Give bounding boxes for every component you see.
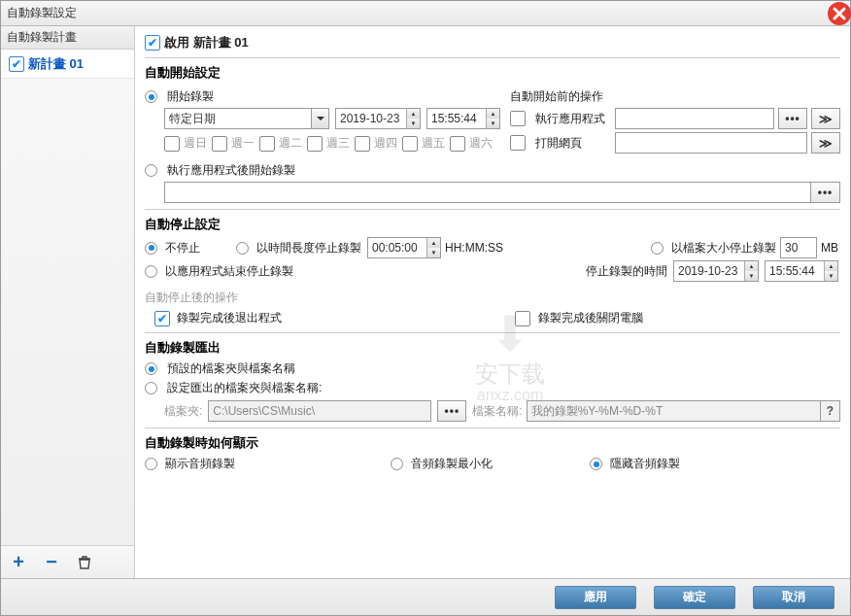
stop-length-hint: HH:MM:SS <box>445 241 503 255</box>
open-web-checkbox[interactable] <box>510 135 526 151</box>
weekday-tue-label: 週二 <box>279 135 302 152</box>
radio-export-custom[interactable] <box>145 382 157 394</box>
weekday-wed-checkbox[interactable] <box>307 136 323 152</box>
ellipsis-icon: ••• <box>818 186 834 199</box>
start-after-app-label: 執行應用程式後開始錄製 <box>167 162 295 179</box>
ellipsis-icon: ••• <box>785 112 800 125</box>
plan-enabled-checkbox[interactable] <box>9 56 24 72</box>
export-folder-row: 檔案夾: C:\Users\CS\Music\ ••• 檔案名稱: 我的錄製%Y… <box>164 400 840 422</box>
divider <box>145 332 840 333</box>
display-hide-label: 隱藏音頻錄製 <box>610 456 680 472</box>
stop-date-field[interactable]: 2019-10-23 ▲▼ <box>673 260 759 282</box>
stop-by-length-label: 以時間長度停止錄製 <box>256 240 363 257</box>
shutdown-after-label: 錄製完成後關閉電腦 <box>538 311 643 325</box>
pre-op-open-web-row: 打開網頁 ≫ <box>510 132 840 154</box>
stop-size-unit: MB <box>821 241 838 255</box>
down-icon[interactable]: ▼ <box>427 248 440 257</box>
body: 自動錄製計畫 新計畫 01 + − <box>1 26 850 578</box>
weekday-sat-checkbox[interactable] <box>450 136 465 152</box>
apply-button[interactable]: 應用 <box>555 586 636 609</box>
filename-input[interactable]: 我的錄製%Y-%M-%D-%T ? <box>527 400 840 422</box>
run-app-path-input[interactable] <box>615 108 774 129</box>
radio-start-after-app[interactable] <box>145 164 157 177</box>
remove-plan-button[interactable]: − <box>42 553 61 572</box>
enable-plan-checkbox[interactable] <box>145 35 160 51</box>
divider <box>145 209 840 210</box>
section-export-title: 自動錄製匯出 <box>145 339 840 357</box>
folder-input[interactable]: C:\Users\CS\Music\ <box>208 400 431 422</box>
up-icon[interactable]: ▲ <box>825 261 837 271</box>
enable-plan-label: 啟用 新計畫 01 <box>164 34 249 51</box>
delete-plan-button[interactable] <box>75 553 94 572</box>
start-after-app-input-row: ••• <box>164 182 840 203</box>
sidebar-item-label: 新計畫 01 <box>28 55 84 73</box>
section-display-title: 自動錄製時如何顯示 <box>145 434 840 452</box>
radio-start-recording[interactable] <box>145 90 157 103</box>
start-date-row: 特定日期 2019-10-23 ▲▼ 15:55:44 ▲▼ <box>164 108 500 129</box>
stop-time-field[interactable]: 15:55:44 ▲▼ <box>765 260 838 282</box>
close-button[interactable] <box>825 0 851 28</box>
open-web-url-input[interactable] <box>615 132 807 154</box>
button-bar: 應用 確定 取消 <box>1 578 850 615</box>
start-after-app-input[interactable] <box>164 182 811 203</box>
folder-browse-button[interactable]: ••• <box>437 400 466 422</box>
section-autostart-title: 自動開始設定 <box>145 64 840 82</box>
window: 自動錄製設定 自動錄製計畫 新計畫 01 + − <box>0 0 851 616</box>
open-web-label: 打開網頁 <box>535 135 609 152</box>
up-icon[interactable]: ▲ <box>427 238 440 248</box>
stop-row1: 不停止 以時間長度停止錄製 00:05:00 ▲▼ HH:MM:SS 以檔案大小… <box>145 237 840 258</box>
sidebar-items: 新計畫 01 <box>1 50 134 545</box>
close-icon <box>825 0 851 28</box>
autostart-two-col: 開始錄製 特定日期 2019-10-23 ▲▼ 15:55:44 <box>145 86 840 156</box>
radio-display-show[interactable] <box>145 458 157 470</box>
stop-size-input[interactable]: 30 <box>780 237 817 258</box>
down-icon[interactable]: ▼ <box>407 119 420 128</box>
filename-help-button[interactable]: ? <box>820 401 839 421</box>
weekday-thu-checkbox[interactable] <box>355 136 370 152</box>
up-icon[interactable]: ▲ <box>487 109 499 119</box>
radio-display-minimize[interactable] <box>391 458 403 470</box>
weekday-row: 週日 週一 週二 週三 週四 週五 週六 <box>164 135 500 152</box>
date-mode-select[interactable]: 特定日期 <box>164 108 329 129</box>
sidebar-item-plan-01[interactable]: 新計畫 01 <box>1 50 134 79</box>
start-recording-label: 開始錄製 <box>167 88 214 105</box>
start-time-field[interactable]: 15:55:44 ▲▼ <box>426 108 500 129</box>
cancel-label: 取消 <box>782 589 805 605</box>
down-icon[interactable]: ▼ <box>745 271 758 281</box>
add-plan-button[interactable]: + <box>9 553 28 572</box>
radio-stop-by-length[interactable] <box>236 242 249 255</box>
start-date-field[interactable]: 2019-10-23 ▲▼ <box>335 108 421 129</box>
weekday-mon-checkbox[interactable] <box>212 136 227 152</box>
quit-after-checkbox[interactable] <box>154 311 170 326</box>
display-show-label: 顯示音頻錄製 <box>165 456 235 472</box>
start-after-app-browse-button[interactable]: ••• <box>811 182 840 203</box>
weekday-fri-checkbox[interactable] <box>402 136 418 152</box>
ok-button[interactable]: 確定 <box>654 586 735 609</box>
main-panel: 啟用 新計畫 01 自動開始設定 開始錄製 特定日期 <box>135 26 850 578</box>
radio-stop-by-app-end[interactable] <box>145 265 157 278</box>
run-app-browse-button[interactable]: ••• <box>778 108 807 129</box>
cancel-button[interactable]: 取消 <box>753 586 834 609</box>
down-icon[interactable]: ▼ <box>825 271 837 281</box>
down-icon[interactable]: ▼ <box>487 119 499 128</box>
shutdown-after-checkbox[interactable] <box>515 311 530 326</box>
start-after-app-row: 執行應用程式後開始錄製 <box>145 162 840 179</box>
weekday-sun-checkbox[interactable] <box>164 136 180 152</box>
stop-time-value: 15:55:44 <box>769 264 815 278</box>
stop-length-field[interactable]: 00:05:00 ▲▼ <box>367 237 441 258</box>
run-app-expand-button[interactable]: ≫ <box>811 108 840 129</box>
start-time-value: 15:55:44 <box>431 112 477 125</box>
filename-value: 我的錄製%Y-%M-%D-%T <box>531 403 664 420</box>
run-app-checkbox[interactable] <box>510 111 526 126</box>
radio-no-stop[interactable] <box>145 242 157 255</box>
open-web-expand-button[interactable]: ≫ <box>811 132 840 154</box>
radio-display-hide[interactable] <box>590 458 602 470</box>
export-default-row: 預設的檔案夾與檔案名稱 <box>145 360 840 377</box>
up-icon[interactable]: ▲ <box>407 109 420 119</box>
weekday-tue-checkbox[interactable] <box>259 136 275 152</box>
radio-stop-by-size[interactable] <box>651 242 664 255</box>
section-autostop-title: 自動停止設定 <box>145 216 840 233</box>
radio-export-default[interactable] <box>145 362 157 375</box>
no-stop-label: 不停止 <box>165 240 200 257</box>
up-icon[interactable]: ▲ <box>745 261 758 271</box>
